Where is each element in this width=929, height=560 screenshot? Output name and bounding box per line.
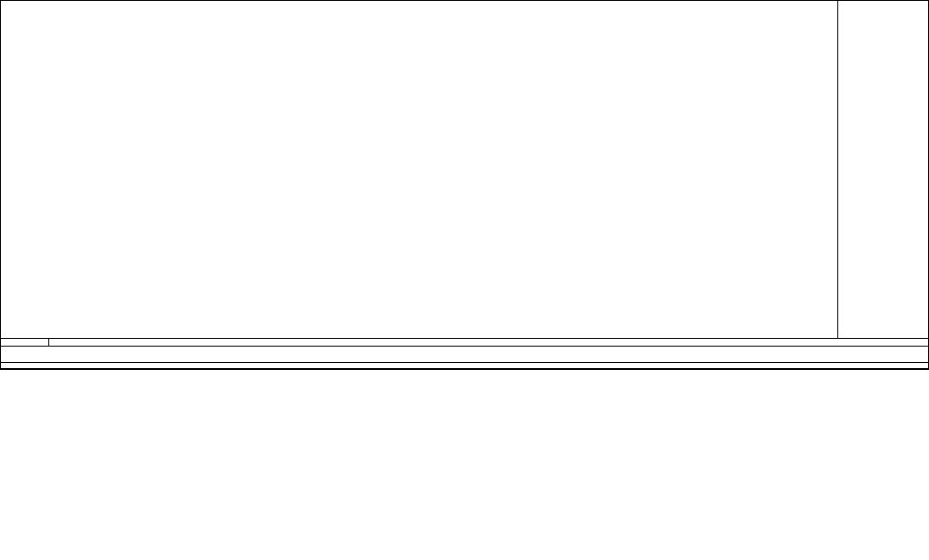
y-axes <box>1 1 113 338</box>
axis-BP <box>76 1 113 338</box>
events-side-label <box>1 339 49 346</box>
legend <box>837 1 928 338</box>
fluids <box>1 347 928 369</box>
axis-P <box>38 1 75 338</box>
axis-R <box>1 1 38 338</box>
chart-row <box>1 1 928 339</box>
events <box>1 339 928 347</box>
anesthesia-record <box>0 0 929 370</box>
plot-area <box>113 1 837 338</box>
